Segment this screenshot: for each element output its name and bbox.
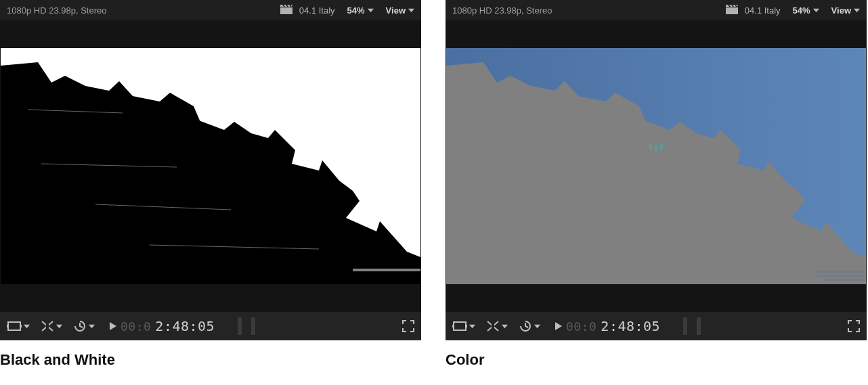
view-menu[interactable]: View [386,5,414,16]
chevron-down-icon [368,7,374,14]
clip-name-display[interactable]: 04.1 Italy [280,5,335,16]
zoom-menu[interactable]: 54% [793,5,819,16]
fullscreen-button[interactable] [402,320,414,332]
svg-rect-12 [46,320,49,332]
svg-rect-1 [1,284,420,304]
svg-rect-22 [454,322,466,330]
view-label: View [831,5,851,16]
play-icon[interactable] [110,322,116,330]
timecode-ghost: 00:0 [121,319,151,334]
svg-rect-14 [446,284,866,304]
zoom-value: 54% [347,5,365,16]
svg-rect-10 [7,325,9,327]
view-menu[interactable]: View [831,5,860,16]
retime-tool-menu[interactable] [73,320,95,332]
svg-rect-16 [649,143,652,150]
play-icon[interactable] [555,322,562,330]
chevron-down-icon [89,323,95,330]
svg-rect-8 [353,269,420,271]
preview-frame-color [446,28,866,304]
timecode-display[interactable]: 2:48:05 [155,318,215,334]
view-label: View [386,5,406,16]
viewer-canvas[interactable] [0,20,421,312]
trim-tool-menu[interactable] [486,320,508,332]
viewer-bottombar: 00:02:48:05 [446,312,867,340]
viewer-window: 1080p HD 23.98p, Stereo 04.1 Italy 54% V… [446,0,867,340]
svg-rect-18 [660,143,663,150]
clip-name-text: 04.1 Italy [299,5,335,16]
chevron-down-icon [854,7,860,14]
timecode-ghost: 00:0 [566,319,596,334]
retime-tool-menu[interactable] [519,320,540,332]
clip-name-text: 04.1 Italy [745,5,781,16]
clapper-icon [280,5,292,16]
chevron-down-icon [56,323,62,330]
preview-frame-bw [1,28,420,304]
viewer-topbar: 1080p HD 23.98p, Stereo 04.1 Italy 54% V… [0,0,421,20]
chevron-down-icon [813,7,819,14]
zoom-value: 54% [793,5,810,16]
viewer-window: 1080p HD 23.98p, Stereo 04.1 Italy 54% V… [0,0,421,340]
audio-meters [238,317,255,335]
chevron-down-icon [502,323,508,330]
chevron-down-icon [469,323,475,330]
viewer-canvas[interactable] [446,20,867,312]
clapper-icon [726,5,738,16]
viewer-panel-left: 1080p HD 23.98p, Stereo 04.1 Italy 54% V… [0,0,421,369]
format-label: 1080p HD 23.98p, Stereo [452,5,552,16]
chevron-down-icon [24,323,30,330]
svg-rect-13 [446,28,866,48]
trim-tool-menu[interactable] [41,320,62,332]
chevron-down-icon [408,7,414,14]
fullscreen-button[interactable] [848,320,860,332]
svg-rect-23 [452,325,454,327]
svg-rect-0 [1,28,420,48]
panel-caption: Color [446,351,867,369]
viewer-bottombar: 00:02:48:05 [0,312,421,340]
svg-rect-24 [465,325,467,327]
format-label: 1080p HD 23.98p, Stereo [7,5,106,16]
svg-rect-7 [1,272,420,284]
timecode-display[interactable]: 2:48:05 [601,318,660,334]
svg-rect-25 [492,320,494,332]
frame-tool-menu[interactable] [452,321,475,332]
svg-rect-11 [20,325,22,327]
frame-tool-menu[interactable] [7,321,30,332]
audio-meters [683,317,701,335]
viewer-topbar: 1080p HD 23.98p, Stereo 04.1 Italy 54% V… [446,0,867,20]
viewer-panel-right: 1080p HD 23.98p, Stereo 04.1 Italy 54% V… [446,0,867,369]
chevron-down-icon [534,323,540,330]
svg-rect-9 [8,322,20,330]
svg-rect-17 [655,145,657,152]
panel-caption: Black and White [0,351,421,369]
zoom-menu[interactable]: 54% [347,5,374,16]
clip-name-display[interactable]: 04.1 Italy [726,5,781,16]
